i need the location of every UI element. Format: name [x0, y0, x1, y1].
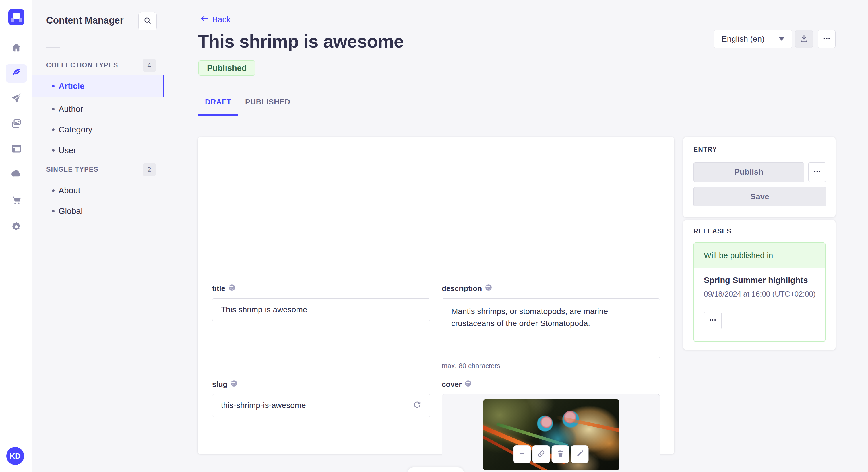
- pencil-icon: [576, 450, 584, 459]
- rail-item-media-library[interactable]: [6, 115, 27, 133]
- logo-shape: [13, 13, 20, 19]
- header-more-button[interactable]: [818, 30, 836, 48]
- more-icon: [813, 167, 821, 177]
- download-button[interactable]: [795, 30, 813, 48]
- paper-plane-icon: [11, 93, 22, 105]
- plus-icon: [518, 450, 526, 459]
- copy-link-button[interactable]: [532, 445, 550, 463]
- rail-item-home[interactable]: [6, 39, 27, 57]
- rail-item-content-type-builder[interactable]: [6, 140, 27, 158]
- back-arrow-icon: [200, 14, 209, 25]
- slug-field-label: slug: [212, 380, 238, 389]
- trash-icon: [557, 450, 565, 459]
- link-icon: [537, 450, 546, 459]
- releases-panel: RELEASES Will be published in Spring Sum…: [683, 220, 836, 350]
- regenerate-icon[interactable]: [413, 400, 422, 411]
- tab-published[interactable]: PUBLISHED: [238, 95, 297, 116]
- content-manager-sidebar: Content Manager COLLECTION TYPES 4 Artic…: [32, 0, 164, 472]
- title-field-label: title: [212, 284, 236, 293]
- bullet-icon: [52, 108, 55, 110]
- title-input[interactable]: This shrimp is awesome: [212, 298, 430, 321]
- home-icon: [11, 42, 22, 54]
- download-icon: [799, 34, 809, 44]
- sidebar-search-button[interactable]: [138, 12, 157, 30]
- rail-item-content-manager[interactable]: [6, 64, 27, 82]
- slug-input[interactable]: this-shrimp-is-awesome: [212, 394, 430, 417]
- cart-icon: [11, 195, 22, 207]
- rail-divider: [3, 34, 30, 34]
- back-label: Back: [212, 15, 230, 24]
- description-textarea[interactable]: Mantis shrimps, or stomatopods, are mari…: [442, 298, 660, 359]
- images-icon: [11, 118, 22, 130]
- publish-button[interactable]: Publish: [693, 162, 804, 182]
- tab-draft[interactable]: DRAFT: [198, 95, 238, 116]
- section-single-types: SINGLE TYPES: [46, 166, 98, 173]
- bullet-icon: [52, 189, 55, 192]
- sidebar-item-category[interactable]: Category: [32, 118, 164, 141]
- sidebar-item-global[interactable]: Global: [32, 200, 164, 223]
- delete-asset-button[interactable]: [552, 445, 569, 463]
- globe-icon: [485, 284, 492, 293]
- sidebar-item-article[interactable]: Article: [32, 74, 164, 98]
- strapi-admin-screen: KD Content Manager COLLECTION TYPES 4 Ar…: [0, 0, 868, 472]
- collection-types-count-badge: 4: [143, 59, 156, 72]
- description-helper: max. 80 characters: [442, 362, 500, 370]
- cover-actions: [513, 445, 589, 463]
- entry-panel: ENTRY Publish Save: [683, 137, 836, 217]
- description-field-label: description: [442, 284, 492, 293]
- status-badge: Published: [198, 60, 255, 76]
- rail-item-releases[interactable]: [6, 90, 27, 108]
- save-button[interactable]: Save: [693, 187, 826, 206]
- page-title: This shrimp is awesome: [198, 31, 404, 52]
- scroll-peek-card: [408, 467, 464, 472]
- release-date: 09/18/2024 at 16:00 (UTC+02:00): [704, 290, 825, 299]
- avatar-initials: KD: [10, 452, 21, 461]
- strapi-logo[interactable]: [8, 9, 24, 25]
- entry-heading: ENTRY: [693, 146, 717, 154]
- release-title: Spring Summer highlights: [704, 276, 825, 285]
- single-types-count-badge: 2: [143, 163, 156, 176]
- sidebar-title: Content Manager: [46, 15, 124, 26]
- feather-icon: [11, 67, 22, 79]
- releases-heading: RELEASES: [693, 227, 732, 235]
- globe-icon: [230, 380, 238, 389]
- cloud-icon: [11, 168, 22, 180]
- release-status: Will be published in: [694, 243, 825, 268]
- locale-select[interactable]: English (en): [714, 30, 792, 48]
- edit-asset-button[interactable]: [571, 445, 589, 463]
- user-avatar[interactable]: KD: [6, 447, 24, 465]
- globe-icon: [228, 284, 236, 293]
- version-tabs: DRAFT PUBLISHED: [198, 95, 298, 116]
- active-tab-underline: [198, 114, 238, 116]
- cover-field-label: cover: [442, 380, 472, 389]
- nav-rail: KD: [0, 0, 32, 472]
- cover-field: this-shrimp-is-awesome: [442, 394, 660, 472]
- back-link[interactable]: Back: [200, 14, 230, 25]
- sidebar-divider: [46, 47, 60, 47]
- chevron-down-icon: [779, 37, 784, 41]
- bullet-icon: [52, 129, 55, 131]
- gear-icon: [11, 222, 22, 233]
- rail-item-marketplace[interactable]: [6, 192, 27, 210]
- more-icon: [709, 316, 717, 325]
- sidebar-item-user[interactable]: User: [32, 139, 164, 162]
- globe-icon: [464, 380, 472, 389]
- sidebar-item-about[interactable]: About: [32, 179, 164, 202]
- rail-item-deploy[interactable]: [6, 165, 27, 183]
- edit-form-card: title This shrimp is awesome description…: [198, 137, 674, 454]
- release-card: Will be published in Spring Summer highl…: [693, 242, 826, 342]
- release-more-button[interactable]: [704, 312, 722, 330]
- locale-value: English (en): [722, 34, 764, 43]
- more-icon: [823, 34, 831, 44]
- bullet-icon: [52, 149, 55, 152]
- sidebar-item-author[interactable]: Author: [32, 98, 164, 121]
- entry-more-button[interactable]: [808, 162, 826, 182]
- layout-icon: [11, 143, 22, 155]
- add-asset-button[interactable]: [513, 445, 531, 463]
- rail-item-settings[interactable]: [6, 218, 27, 237]
- bullet-icon: [52, 85, 55, 88]
- section-collection-types: COLLECTION TYPES: [46, 61, 118, 69]
- bullet-icon: [52, 210, 55, 212]
- search-icon: [143, 16, 152, 26]
